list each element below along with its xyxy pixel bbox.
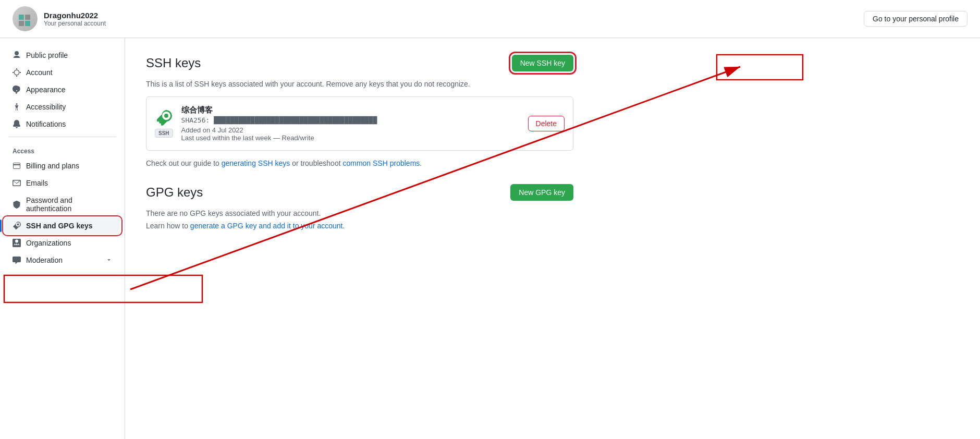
org-icon	[13, 239, 21, 247]
sidebar-label-password: Password and authentication	[26, 196, 112, 213]
key-icon	[13, 222, 21, 230]
main-content: SSH keys New SSH key This is a list of S…	[125, 38, 594, 439]
accessibility-icon	[13, 103, 21, 111]
key-details: 综合博客 SHA256: ███████████████████████████…	[181, 105, 520, 142]
header-left: Dragonhu2022 Your personal account	[13, 6, 106, 31]
key-fingerprint: SHA256: ████████████████████████████████…	[181, 116, 520, 124]
sidebar-label-emails: Emails	[26, 179, 48, 187]
ssh-section: SSH keys New SSH key This is a list of S…	[146, 55, 573, 167]
header-username: Dragonhu2022	[44, 11, 106, 20]
guide-suffix: .	[420, 159, 422, 167]
header: Dragonhu2022 Your personal account Go to…	[0, 0, 980, 38]
sidebar-item-emails[interactable]: Emails	[4, 175, 120, 191]
learn-suffix: .	[342, 222, 345, 230]
key-name: 综合博客	[181, 105, 520, 115]
sidebar-item-password[interactable]: Password and authentication	[4, 192, 120, 217]
chevron-down-icon	[106, 256, 112, 264]
common-ssh-problems-link[interactable]: common SSH problems	[342, 159, 420, 167]
sidebar-item-notifications[interactable]: Notifications	[4, 116, 120, 132]
sidebar-item-ssh-gpg[interactable]: SSH and GPG keys	[4, 217, 120, 234]
gpg-learn-text: Learn how to generate a GPG key and add …	[146, 222, 573, 230]
generating-ssh-keys-link[interactable]: generating SSH keys	[222, 159, 290, 167]
svg-rect-1	[25, 15, 30, 20]
sidebar-item-public-profile[interactable]: Public profile	[4, 47, 120, 64]
svg-rect-2	[19, 21, 24, 26]
sidebar-item-organizations[interactable]: Organizations	[4, 235, 120, 251]
svg-rect-3	[25, 21, 30, 26]
key-icon-wrapper: SSH	[155, 110, 173, 138]
mail-icon	[13, 179, 21, 187]
svg-rect-0	[19, 15, 24, 20]
ssh-key-card: SSH 综合博客 SHA256: ███████████████████████…	[146, 96, 573, 151]
comment-icon	[13, 256, 21, 264]
paintbrush-icon	[13, 86, 21, 94]
key-access-dash: —	[273, 134, 282, 142]
gpg-section-title: GPG keys	[146, 185, 203, 200]
sidebar-label-notifications: Notifications	[26, 120, 66, 128]
new-ssh-key-button[interactable]: New SSH key	[512, 55, 573, 71]
sidebar: Public profile Account Appearance	[0, 38, 125, 439]
sidebar-label-organizations: Organizations	[26, 239, 71, 247]
gpg-section-header: GPG keys New GPG key	[146, 184, 573, 201]
creditcard-icon	[13, 162, 21, 170]
key-access: Read/write	[282, 134, 314, 142]
avatar	[13, 6, 38, 31]
gpg-section: GPG keys New GPG key There are no GPG ke…	[146, 184, 573, 230]
person-icon	[13, 51, 21, 59]
gear-icon	[13, 68, 21, 77]
ssh-description: This is a list of SSH keys associated wi…	[146, 80, 573, 88]
sidebar-item-moderation[interactable]: Moderation	[4, 252, 120, 269]
sidebar-item-account[interactable]: Account	[4, 64, 120, 81]
go-to-profile-button[interactable]: Go to your personal profile	[864, 11, 967, 27]
generate-gpg-key-link[interactable]: generate a GPG key and add it to your ac…	[190, 222, 343, 230]
key-date: Added on 4 Jul 2022	[181, 126, 520, 134]
sidebar-label-accessibility: Accessibility	[26, 103, 66, 111]
sidebar-label-account: Account	[26, 68, 53, 77]
last-used-text: Last used within the last week	[181, 134, 272, 142]
sidebar-label-appearance: Appearance	[26, 86, 66, 94]
ssh-key-icon	[155, 110, 172, 127]
header-subtitle: Your personal account	[44, 20, 106, 27]
new-gpg-key-button[interactable]: New GPG key	[510, 184, 573, 201]
guide-prefix: Check out our guide to	[146, 159, 222, 167]
no-gpg-text: There are no GPG keys associated with yo…	[146, 209, 573, 217]
ssh-badge: SSH	[155, 129, 173, 138]
sidebar-section-access: Access	[4, 141, 120, 157]
bell-icon	[13, 120, 21, 128]
learn-prefix: Learn how to	[146, 222, 190, 230]
guide-text: Check out our guide to generating SSH ke…	[146, 159, 573, 167]
sidebar-label-public-profile: Public profile	[26, 51, 68, 59]
key-last-used: Last used within the last week — Read/wr…	[181, 134, 520, 142]
sidebar-label-moderation: Moderation	[26, 256, 63, 264]
sidebar-label-billing: Billing and plans	[26, 162, 79, 170]
header-user-info: Dragonhu2022 Your personal account	[44, 11, 106, 27]
sidebar-item-accessibility[interactable]: Accessibility	[4, 99, 120, 115]
delete-key-button[interactable]: Delete	[528, 116, 565, 131]
sidebar-divider-1	[8, 137, 116, 137]
ssh-section-title: SSH keys	[146, 56, 201, 70]
sidebar-label-ssh-gpg: SSH and GPG keys	[26, 222, 93, 230]
sidebar-item-billing[interactable]: Billing and plans	[4, 157, 120, 174]
ssh-section-header: SSH keys New SSH key	[146, 55, 573, 71]
guide-mid: or troubleshoot	[290, 159, 342, 167]
shield-icon	[13, 200, 21, 209]
layout: Public profile Account Appearance	[0, 38, 980, 439]
sidebar-item-appearance[interactable]: Appearance	[4, 81, 120, 98]
